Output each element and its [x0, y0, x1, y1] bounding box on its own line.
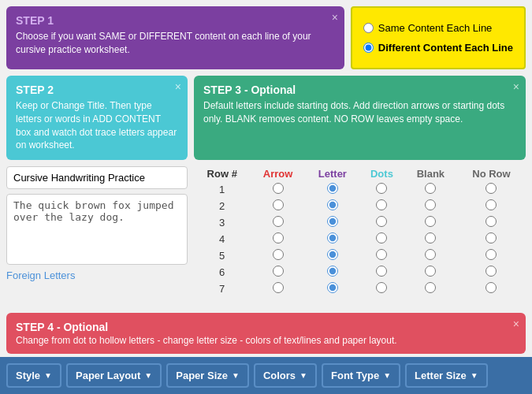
letter-radio-cell[interactable] [306, 264, 359, 281]
letter-radio-cell[interactable] [306, 247, 359, 264]
dots-radio-cell[interactable] [359, 281, 404, 297]
dots-radio-cell[interactable] [359, 198, 404, 214]
dots-radio-4[interactable] [376, 232, 387, 243]
font-type-label: Font Type [331, 370, 379, 381]
norow-radio-cell[interactable] [457, 181, 526, 198]
dots-radio-cell[interactable] [359, 181, 404, 198]
paper-layout-button[interactable]: Paper Layout ▼ [66, 363, 162, 388]
norow-radio-1[interactable] [485, 183, 497, 194]
norow-radio-cell[interactable] [457, 231, 526, 247]
blank-radio-cell[interactable] [404, 181, 457, 198]
dots-radio-1[interactable] [376, 183, 387, 194]
colors-button[interactable]: Colors ▼ [254, 363, 317, 388]
blank-radio-cell[interactable] [404, 247, 457, 264]
letter-radio-6[interactable] [327, 266, 338, 277]
blank-radio-cell[interactable] [404, 198, 457, 214]
blank-radio-4[interactable] [425, 232, 436, 243]
arrow-radio-6[interactable] [273, 266, 284, 277]
arrow-radio-cell[interactable] [250, 264, 305, 281]
blank-radio-2[interactable] [425, 199, 436, 210]
dots-radio-cell[interactable] [359, 214, 404, 231]
step2-close[interactable]: × [175, 80, 181, 93]
norow-radio-cell[interactable] [457, 281, 526, 297]
different-content-option[interactable]: Different Content Each Line [363, 42, 513, 54]
letter-size-button[interactable]: Letter Size ▼ [405, 363, 488, 388]
blank-radio-5[interactable] [425, 249, 436, 260]
row-table: Row # Arrow Letter Dots Blank No Row 1 2 [194, 166, 526, 297]
norow-header: No Row [457, 166, 526, 181]
step3-box: × STEP 3 - Optional Default letters incl… [194, 76, 526, 160]
norow-radio-2[interactable] [485, 199, 497, 210]
dots-radio-cell[interactable] [359, 231, 404, 247]
dots-radio-3[interactable] [376, 216, 387, 227]
arrow-header: Arrow [250, 166, 305, 181]
dots-radio-6[interactable] [376, 266, 387, 277]
foreign-letters-link[interactable]: Foreign Letters [6, 269, 188, 281]
arrow-radio-5[interactable] [273, 249, 284, 260]
title-input[interactable] [6, 166, 188, 189]
dots-radio-cell[interactable] [359, 247, 404, 264]
blank-radio-1[interactable] [425, 183, 436, 194]
arrow-radio-3[interactable] [273, 216, 284, 227]
norow-radio-5[interactable] [485, 249, 497, 260]
arrow-radio-cell[interactable] [250, 198, 305, 214]
arrow-radio-cell[interactable] [250, 181, 305, 198]
letter-radio-cell[interactable] [306, 281, 359, 297]
letter-radio-cell[interactable] [306, 231, 359, 247]
letter-radio-3[interactable] [327, 216, 338, 227]
norow-radio-cell[interactable] [457, 198, 526, 214]
letter-radio-cell[interactable] [306, 198, 359, 214]
letter-radio-1[interactable] [327, 183, 338, 194]
same-content-radio[interactable] [363, 23, 374, 33]
colors-chevron: ▼ [299, 371, 307, 380]
letter-radio-cell[interactable] [306, 181, 359, 198]
font-type-button[interactable]: Font Type ▼ [322, 363, 400, 388]
norow-radio-cell[interactable] [457, 247, 526, 264]
arrow-radio-cell[interactable] [250, 214, 305, 231]
style-button[interactable]: Style ▼ [6, 363, 61, 388]
arrow-radio-7[interactable] [273, 282, 284, 293]
blank-radio-cell[interactable] [404, 214, 457, 231]
dots-radio-5[interactable] [376, 249, 387, 260]
dots-radio-cell[interactable] [359, 264, 404, 281]
blank-radio-6[interactable] [425, 266, 436, 277]
blank-radio-3[interactable] [425, 216, 436, 227]
letter-radio-5[interactable] [327, 249, 338, 260]
blank-radio-7[interactable] [425, 282, 436, 293]
paper-size-button[interactable]: Paper Size ▼ [166, 363, 249, 388]
arrow-radio-cell[interactable] [250, 281, 305, 297]
arrow-radio-cell[interactable] [250, 247, 305, 264]
letter-radio-7[interactable] [327, 282, 338, 293]
main-container: × STEP 1 Choose if you want SAME or DIFF… [0, 0, 532, 394]
norow-radio-7[interactable] [485, 282, 497, 293]
content-textarea[interactable]: The quick brown fox jumped over the lazy… [6, 194, 188, 265]
letter-radio-cell[interactable] [306, 214, 359, 231]
letter-size-label: Letter Size [415, 370, 467, 381]
row-number-cell: 4 [194, 231, 250, 247]
blank-radio-cell[interactable] [404, 264, 457, 281]
norow-radio-cell[interactable] [457, 214, 526, 231]
step1-close[interactable]: × [332, 11, 338, 24]
blank-radio-cell[interactable] [404, 231, 457, 247]
norow-radio-6[interactable] [485, 266, 497, 277]
different-content-radio[interactable] [363, 43, 374, 53]
same-content-option[interactable]: Same Content Each Line [363, 22, 513, 34]
arrow-radio-cell[interactable] [250, 231, 305, 247]
arrow-radio-1[interactable] [273, 183, 284, 194]
arrow-radio-4[interactable] [273, 232, 284, 243]
step4-close[interactable]: × [513, 318, 519, 330]
arrow-radio-2[interactable] [273, 199, 284, 210]
dots-radio-7[interactable] [376, 282, 387, 293]
step4-description: Change from dot to hollow letters - chan… [16, 335, 516, 346]
row-number-cell: 6 [194, 264, 250, 281]
step3-close[interactable]: × [513, 80, 519, 93]
norow-radio-cell[interactable] [457, 264, 526, 281]
letter-radio-2[interactable] [327, 199, 338, 210]
letter-size-chevron: ▼ [471, 371, 478, 380]
norow-radio-4[interactable] [485, 232, 497, 243]
blank-radio-cell[interactable] [404, 281, 457, 297]
letter-radio-4[interactable] [327, 232, 338, 243]
dots-radio-2[interactable] [376, 199, 387, 210]
norow-radio-3[interactable] [485, 216, 497, 227]
paper-size-label: Paper Size [176, 370, 228, 381]
